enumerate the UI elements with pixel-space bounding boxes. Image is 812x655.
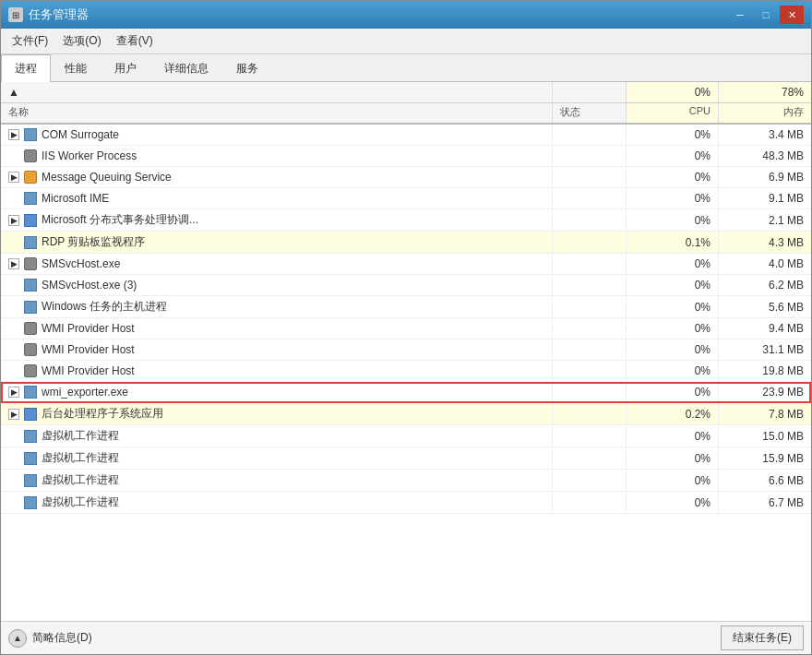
maximize-button[interactable]: □ (754, 6, 778, 24)
process-status-cell (553, 146, 627, 166)
title-bar: ⊞ 任务管理器 ─ □ ✕ (1, 1, 811, 29)
process-name-cell: Windows 任务的主机进程 (1, 296, 553, 317)
end-task-button[interactable]: 结束任务(E) (721, 625, 804, 650)
process-name-text: Microsoft IME (42, 192, 109, 205)
process-icon (23, 451, 38, 466)
process-status-cell (553, 447, 627, 469)
table-row[interactable]: WMI Provider Host0%9.4 MB (1, 318, 811, 339)
table-row[interactable]: Windows 任务的主机进程0%5.6 MB (1, 296, 811, 318)
process-icon (23, 342, 38, 357)
process-cpu-cell: 0% (627, 447, 719, 469)
process-mem-cell: 9.4 MB (719, 318, 811, 339)
summary-label[interactable]: 简略信息(D) (32, 630, 92, 646)
process-icon (23, 300, 38, 315)
menu-view[interactable]: 查看(V) (109, 30, 161, 52)
expand-button[interactable]: ▶ (8, 387, 19, 398)
table-row[interactable]: Microsoft IME0%9.1 MB (1, 188, 811, 209)
process-mem-cell: 7.8 MB (719, 403, 811, 424)
process-status-cell (553, 382, 627, 402)
process-mem-cell: 48.3 MB (719, 146, 811, 166)
expand-button[interactable]: ▶ (8, 129, 19, 140)
process-mem-cell: 4.0 MB (719, 254, 811, 274)
process-mem-cell: 19.8 MB (719, 361, 811, 381)
tab-performance[interactable]: 性能 (51, 54, 101, 82)
expand-button[interactable]: ▶ (8, 409, 19, 420)
process-status-cell (553, 167, 627, 187)
table-header-top: ▲ 0% 78% (1, 82, 811, 103)
process-name-cell: ▶Message Queuing Service (1, 167, 553, 187)
table-row[interactable]: ▶COM Surrogate0%3.4 MB (1, 125, 811, 146)
minimize-button[interactable]: ─ (728, 6, 752, 24)
process-cpu-cell: 0% (627, 492, 719, 513)
table-row[interactable]: ▶Microsoft 分布式事务处理协调...0%2.1 MB (1, 209, 811, 232)
tabs-bar: 进程 性能 用户 详细信息 服务 (1, 54, 811, 82)
process-name-text: 虚拟机工作进程 (42, 472, 119, 488)
process-name-cell: 虚拟机工作进程 (1, 492, 553, 513)
process-mem-cell: 31.1 MB (719, 339, 811, 360)
tab-users[interactable]: 用户 (101, 54, 150, 82)
table-row[interactable]: ▶SMSvcHost.exe0%4.0 MB (1, 254, 811, 275)
expand-button[interactable]: ▶ (8, 258, 19, 269)
process-name-cell: WMI Provider Host (1, 361, 553, 381)
tab-details[interactable]: 详细信息 (150, 54, 222, 82)
menu-file[interactable]: 文件(F) (5, 30, 55, 52)
process-name-cell: WMI Provider Host (1, 339, 553, 360)
process-name-text: 虚拟机工作进程 (42, 494, 119, 510)
close-button[interactable]: ✕ (780, 6, 804, 24)
table-row[interactable]: IIS Worker Process0%48.3 MB (1, 146, 811, 167)
table-row[interactable]: ▶后台处理程序子系统应用0.2%7.8 MB (1, 403, 811, 425)
tab-processes[interactable]: 进程 (1, 54, 51, 82)
process-cpu-cell: 0% (627, 125, 719, 145)
process-cpu-cell: 0% (627, 425, 719, 447)
col-name-sort[interactable]: ▲ (1, 82, 553, 102)
process-name-text: Windows 任务的主机进程 (42, 299, 167, 315)
process-mem-cell: 2.1 MB (719, 209, 811, 231)
col-status-header[interactable] (553, 82, 627, 102)
process-cpu-cell: 0% (627, 339, 719, 360)
process-mem-cell: 23.9 MB (719, 382, 811, 402)
process-name-text: Microsoft 分布式事务处理协调... (42, 212, 198, 228)
process-status-cell (553, 254, 627, 274)
col-cpu-pct[interactable]: 0% (627, 82, 719, 102)
process-icon (23, 127, 38, 142)
process-cpu-cell: 0% (627, 275, 719, 295)
process-table-body[interactable]: ▶COM Surrogate0%3.4 MBIIS Worker Process… (1, 125, 811, 621)
process-name-text: IIS Worker Process (42, 149, 137, 162)
process-mem-cell: 5.6 MB (719, 296, 811, 317)
process-mem-cell: 15.9 MB (719, 447, 811, 469)
process-icon (23, 235, 38, 250)
process-cpu-cell: 0% (627, 382, 719, 402)
process-cpu-cell: 0% (627, 254, 719, 274)
expand-summary-button[interactable]: ▲ (8, 629, 27, 648)
process-cpu-cell: 0% (627, 470, 719, 491)
col-status-label: 状态 (553, 103, 627, 123)
table-row[interactable]: RDP 剪贴板监视程序0.1%4.3 MB (1, 232, 811, 254)
col-mem-pct[interactable]: 78% (719, 82, 811, 102)
process-mem-cell: 6.7 MB (719, 492, 811, 513)
process-cpu-cell: 0.1% (627, 232, 719, 253)
menu-options[interactable]: 选项(O) (55, 30, 108, 52)
process-status-cell (553, 318, 627, 339)
expand-button[interactable]: ▶ (8, 215, 19, 226)
title-bar-left: ⊞ 任务管理器 (8, 6, 89, 23)
process-icon (23, 170, 38, 185)
table-row[interactable]: 虚拟机工作进程0%6.6 MB (1, 470, 811, 492)
table-row[interactable]: 虚拟机工作进程0%6.7 MB (1, 492, 811, 514)
table-row[interactable]: WMI Provider Host0%19.8 MB (1, 361, 811, 382)
table-row[interactable]: WMI Provider Host0%31.1 MB (1, 339, 811, 361)
process-name-cell: 虚拟机工作进程 (1, 447, 553, 469)
process-icon (23, 473, 38, 488)
process-mem-cell: 6.2 MB (719, 275, 811, 295)
table-row[interactable]: ▶Message Queuing Service0%6.9 MB (1, 167, 811, 188)
table-row[interactable]: 虚拟机工作进程0%15.9 MB (1, 447, 811, 470)
process-mem-cell: 4.3 MB (719, 232, 811, 253)
expand-button[interactable]: ▶ (8, 172, 19, 183)
table-row[interactable]: 虚拟机工作进程0%15.0 MB (1, 425, 811, 447)
table-row[interactable]: ▶wmi_exporter.exe0%23.9 MB (1, 382, 811, 403)
main-window: ⊞ 任务管理器 ─ □ ✕ 文件(F) 选项(O) 查看(V) 进程 性能 用户… (0, 0, 812, 655)
process-name-cell: 虚拟机工作进程 (1, 470, 553, 491)
process-status-cell (553, 470, 627, 491)
table-row[interactable]: SMSvcHost.exe (3)0%6.2 MB (1, 275, 811, 296)
tab-services[interactable]: 服务 (222, 54, 272, 82)
process-name-cell: ▶Microsoft 分布式事务处理协调... (1, 209, 553, 231)
